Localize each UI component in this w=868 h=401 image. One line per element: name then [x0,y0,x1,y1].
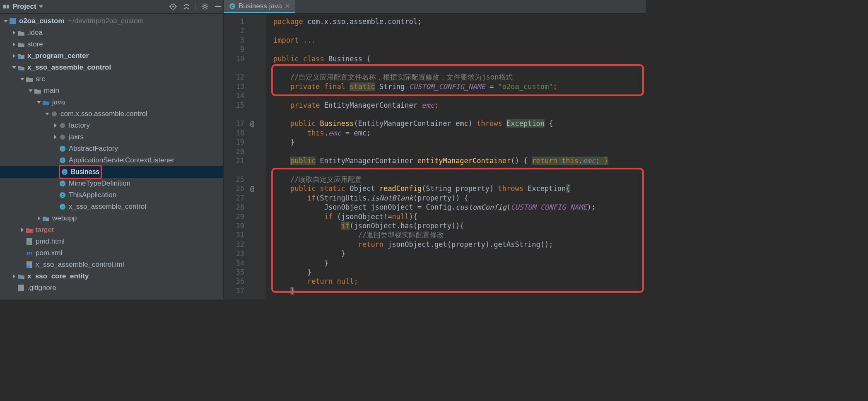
class-icon: c [61,168,68,176]
svg-text:H: H [27,242,29,244]
chevron-right-icon[interactable] [52,123,59,128]
project-header: Project [0,0,223,14]
annotation-gutter: @ @ [248,14,265,300]
gear-icon[interactable] [201,2,209,11]
locate-icon[interactable] [169,2,177,11]
chevron-right-icon[interactable] [19,228,26,232]
file-icon [17,284,25,292]
tree-item[interactable]: cApplicationServletContextListener [0,155,223,166]
class-icon: c [59,180,66,187]
svg-rect-19 [18,56,21,59]
tree-root[interactable]: o2oa_custom ~/dev/tmp/o2oa_custom [0,15,223,27]
folder-icon [26,75,33,83]
close-icon[interactable]: ✕ [285,2,290,10]
svg-text:m: m [27,250,32,256]
hide-icon[interactable] [214,2,222,11]
html-file-icon: H [26,238,33,245]
svg-rect-0 [3,5,6,9]
svg-text:c: c [63,169,66,174]
tree-item[interactable]: webapp [0,213,223,224]
tree-item[interactable]: .idea [0,27,223,39]
folder-icon [34,87,41,94]
svg-rect-44 [18,285,24,291]
svg-point-8 [204,5,206,8]
tree-item[interactable]: x_program_center [0,50,223,62]
module-icon [17,273,25,280]
collapse-all-icon[interactable] [182,2,190,11]
code-editor[interactable]: 123910 12131415 1718192021 2526272829303… [224,14,646,300]
package-icon [51,110,58,118]
chevron-down-icon[interactable] [44,113,51,115]
svg-text:c: c [61,146,64,151]
tree-item[interactable]: com.x.sso.assemble.control [0,108,223,120]
fold-gutter[interactable] [265,14,271,300]
svg-rect-18 [10,18,16,24]
svg-point-21 [52,111,57,116]
chevron-down-icon[interactable] [11,66,17,69]
tree-item-selected[interactable]: cBusiness [0,166,223,178]
svg-rect-43 [18,276,21,279]
svg-text:c: c [61,204,64,209]
chevron-right-icon[interactable] [11,31,17,35]
package-icon [59,133,66,141]
tree-item[interactable]: x_sso_assemble_control.iml [0,259,223,271]
project-label[interactable]: Project [12,2,36,11]
package-icon [59,122,66,129]
dropdown-icon[interactable] [39,5,43,8]
class-icon: c [59,157,66,164]
folder-icon [17,41,25,48]
chevron-down-icon[interactable] [27,89,34,92]
tab-business[interactable]: c Business.java ✕ [224,0,295,13]
web-folder-icon [42,215,50,222]
svg-rect-20 [18,68,21,70]
chevron-down-icon[interactable] [19,78,26,80]
editor-pane: c Business.java ✕ 123910 12131415 171819… [224,0,646,300]
svg-point-36 [43,218,46,221]
chevron-down-icon[interactable] [36,101,42,104]
tree-item[interactable]: cAbstractFactory [0,143,223,155]
chevron-right-icon[interactable] [36,216,42,220]
tree-item[interactable]: cMimeTypeDefinition [0,178,223,189]
maven-file-icon: m [26,249,33,257]
tree-item[interactable]: java [0,97,223,108]
svg-rect-42 [27,265,30,268]
chevron-down-icon[interactable] [2,20,9,22]
svg-rect-1 [7,5,9,9]
svg-line-14 [207,8,207,9]
project-tree[interactable]: o2oa_custom ~/dev/tmp/o2oa_custom .idea … [0,14,223,300]
svg-line-15 [203,8,203,9]
class-icon: c [59,191,66,199]
chevron-right-icon[interactable] [11,54,17,58]
svg-point-23 [60,135,65,140]
source-folder-icon [42,99,50,106]
tree-item[interactable]: cThisApplication [0,189,223,201]
tree-item[interactable]: factory [0,120,223,131]
tree-item[interactable]: src [0,73,223,85]
tree-item[interactable]: x_sso_assemble_control [0,62,223,73]
chevron-right-icon[interactable] [11,42,17,46]
svg-point-22 [60,123,65,128]
tree-item[interactable]: jaxrs [0,131,223,143]
chevron-right-icon[interactable] [11,274,17,278]
tree-item[interactable]: main [0,85,223,97]
tree-item[interactable]: store [0,39,223,50]
tree-item[interactable]: Hpmd.html [0,236,223,247]
editor-tabs: c Business.java ✕ [224,0,646,14]
project-tool-window: Project o2oa_custom ~/dev/tmp/o2oa_custo… [0,0,224,300]
svg-point-3 [172,6,174,7]
tree-item[interactable]: target [0,224,223,236]
svg-line-16 [207,4,207,5]
project-icon [2,3,10,10]
class-icon: c [229,2,236,10]
tree-item[interactable]: cx_sso_assemble_control [0,201,223,213]
code-content[interactable]: package com.x.sso.assemble.control; impo… [271,14,646,300]
svg-line-13 [203,4,203,5]
tree-item[interactable]: mpom.xml [0,247,223,259]
tab-label: Business.java [239,2,282,10]
module-icon [17,64,25,71]
tree-item[interactable]: x_sso_core_entity [0,271,223,282]
svg-text:c: c [231,4,234,9]
tree-item[interactable]: .gitignore [0,282,223,294]
chevron-right-icon[interactable] [52,135,59,139]
file-icon [26,261,33,268]
